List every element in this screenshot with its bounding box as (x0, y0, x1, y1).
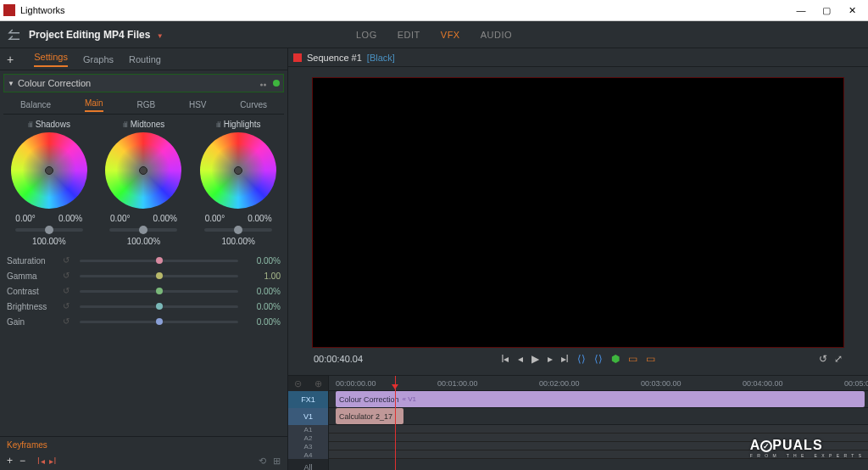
track-label-fx1[interactable]: FX1 (288, 391, 328, 408)
panel-tab-routing[interactable]: Routing (129, 54, 161, 64)
subtab-curves[interactable]: Curves (240, 100, 267, 109)
shadows-deg: 0.00° (15, 214, 35, 223)
slider-track[interactable] (80, 305, 238, 308)
slider-track[interactable] (80, 290, 238, 293)
wheel-midtones: ılılMidtones 0.00°0.00% 100.00% (98, 120, 188, 246)
track-label-a4[interactable]: A4 (288, 450, 328, 459)
track-fx1[interactable]: Colour Correction « V1 (329, 391, 868, 408)
kf-transport[interactable]: I◂ ▸I (37, 456, 57, 466)
bars-icon: ılıl (216, 120, 220, 129)
wheel-midtones-picker[interactable] (105, 132, 181, 209)
mark-in-button[interactable]: ⟨⟩ (577, 353, 586, 365)
subtab-main[interactable]: Main (85, 98, 103, 112)
track-a2[interactable] (329, 434, 868, 442)
mark-out-button[interactable]: ⟨⟩ (594, 353, 603, 365)
timeline-area[interactable]: 00:00:00.00 00:01:00.00 00:02:00.00 00:0… (329, 376, 868, 470)
wheel-highlights-picker[interactable] (200, 132, 276, 209)
project-title[interactable]: Project Editing MP4 Files ▼ (29, 29, 164, 41)
zoom-out-icon[interactable]: ⊝ (294, 378, 302, 389)
slider-gamma[interactable]: Gamma ↺ 1.00 (7, 268, 281, 283)
clip-colour-correction[interactable]: Colour Correction « V1 (336, 391, 865, 407)
wheel-label-highlights: Highlights (224, 120, 261, 129)
wheel-label-midtones: Midtones (131, 120, 165, 129)
midtones-pct: 0.00% (153, 214, 177, 223)
kf-link-icon[interactable]: ⟲ (259, 456, 266, 467)
timeline-ruler[interactable]: 00:00:00.00 00:01:00.00 00:02:00.00 00:0… (329, 376, 868, 391)
kf-remove-button[interactable]: − (19, 455, 25, 467)
subtab-hsv[interactable]: HSV (189, 100, 207, 109)
track-label-a2[interactable]: A2 (288, 434, 328, 442)
step-back-button[interactable]: ◂ (518, 353, 523, 365)
topbar: Project Editing MP4 Files ▼ LOG EDIT VFX… (0, 21, 868, 48)
shadows-gain-slider[interactable] (15, 228, 83, 232)
goto-end-button[interactable]: ▸I (561, 353, 569, 365)
layout-b-button[interactable]: ▭ (646, 353, 655, 365)
midtones-gain-slider[interactable] (109, 228, 177, 232)
layout-a-button[interactable]: ▭ (628, 353, 637, 365)
zoom-in-icon[interactable]: ⊕ (314, 378, 322, 389)
panel-tab-settings[interactable]: Settings (34, 52, 68, 67)
track-a1[interactable] (329, 425, 868, 434)
track-all[interactable] (329, 459, 868, 470)
wheel-shadows-picker[interactable] (11, 132, 87, 209)
project-caret-icon: ▼ (157, 32, 164, 40)
window-maximize-button[interactable]: ▢ (814, 1, 839, 20)
gear-icon[interactable] (258, 78, 268, 88)
clip-calculator[interactable]: Calculator 2_17 (336, 408, 403, 424)
slider-track[interactable] (80, 321, 238, 323)
wheel-label-shadows: Shadows (36, 120, 70, 129)
loop-button[interactable]: ↺ (819, 353, 827, 365)
colour-correction-header[interactable]: ▼ Colour Correction (3, 74, 284, 92)
track-a4[interactable] (329, 450, 868, 459)
slider-track[interactable] (80, 260, 238, 262)
subtab-rgb[interactable]: RGB (136, 100, 155, 109)
slider-name: Saturation (7, 256, 56, 266)
play-button[interactable]: ▶ (531, 353, 539, 365)
ruler-mark: 00:05:00.00 (844, 379, 868, 388)
slider-brightness[interactable]: Brightness ↺ 0.00% (7, 299, 281, 314)
highlights-gain-slider[interactable] (204, 228, 272, 232)
goto-start-button[interactable]: I◂ (501, 353, 509, 365)
track-label-a3[interactable]: A3 (288, 442, 328, 450)
back-button[interactable] (7, 27, 22, 42)
slider-track[interactable] (80, 275, 238, 277)
collapse-icon: ▼ (8, 80, 14, 87)
panel-tab-graphs[interactable]: Graphs (83, 54, 114, 64)
mode-tab-audio[interactable]: AUDIO (481, 30, 512, 40)
sequence-name[interactable]: Sequence #1 (307, 53, 362, 63)
track-label-a1[interactable]: A1 (288, 425, 328, 434)
reset-icon[interactable]: ↺ (63, 286, 73, 296)
slider-contrast[interactable]: Contrast ↺ 0.00% (7, 283, 281, 299)
wheel-highlights: ılılHighlights 0.00°0.00% 100.00% (193, 120, 283, 246)
fullscreen-button[interactable]: ⤢ (834, 353, 843, 365)
slider-gain[interactable]: Gain ↺ 0.00% (7, 314, 281, 329)
viewer-screen[interactable] (312, 77, 844, 348)
enable-toggle[interactable] (273, 80, 280, 87)
window-minimize-button[interactable]: — (788, 1, 814, 20)
mode-tab-log[interactable]: LOG (356, 30, 377, 40)
reset-icon[interactable]: ↺ (63, 301, 73, 311)
slider-saturation[interactable]: Saturation ↺ 0.00% (7, 253, 281, 268)
kf-add-button[interactable]: + (7, 455, 13, 467)
reset-icon[interactable]: ↺ (63, 271, 73, 281)
reset-icon[interactable]: ↺ (63, 316, 73, 327)
track-label-v1[interactable]: V1 (288, 408, 328, 425)
timeline: ⊝⊕ FX1 V1 A1 A2 A3 A4 All 00:00:00.00 00… (288, 375, 868, 470)
slider-name: Gain (7, 317, 56, 327)
highlights-deg: 0.00° (205, 214, 225, 223)
slider-value: 1.00 (245, 271, 281, 281)
subtab-balance[interactable]: Balance (20, 100, 51, 109)
reset-icon[interactable]: ↺ (63, 255, 73, 266)
kf-graph-icon[interactable]: ⊞ (273, 456, 281, 467)
playhead[interactable] (395, 376, 396, 470)
track-v1[interactable]: Calculator 2_17 (329, 408, 868, 425)
app-icon (3, 4, 15, 16)
window-close-button[interactable]: ✕ (839, 1, 865, 20)
track-a3[interactable] (329, 442, 868, 450)
panel-add-button[interactable]: + (7, 53, 14, 66)
park-button[interactable]: ⬢ (611, 353, 620, 365)
mode-tab-edit[interactable]: EDIT (398, 30, 420, 40)
mode-tab-vfx[interactable]: VFX (441, 30, 460, 40)
track-label-all[interactable]: All (288, 459, 328, 470)
step-fwd-button[interactable]: ▸ (548, 353, 553, 365)
